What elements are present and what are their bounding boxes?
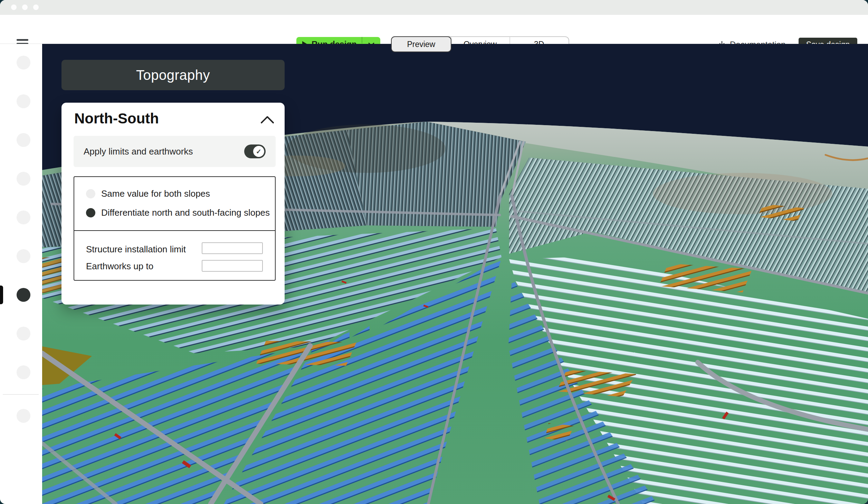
stepper-dot-9[interactable] bbox=[17, 365, 30, 379]
toolbar: Run design Preview Overview 3D Documenta… bbox=[0, 15, 868, 44]
radio-differentiate-label: Differentiate north and south-facing slo… bbox=[101, 207, 270, 218]
apply-limits-toggle-row: Apply limits and earthworks ✓ bbox=[74, 136, 276, 167]
close-traffic-light-button[interactable] bbox=[11, 4, 17, 10]
toggle-label: Apply limits and earthworks bbox=[84, 146, 244, 157]
content-area: Topography North-South Apply limits and … bbox=[0, 44, 868, 504]
stepper-sidebar bbox=[0, 44, 42, 504]
tab-preview[interactable]: Preview bbox=[392, 37, 451, 52]
active-step-indicator bbox=[0, 286, 3, 304]
card-title: North-South bbox=[74, 110, 159, 127]
stepper-dot-8[interactable] bbox=[17, 327, 30, 340]
options-divider bbox=[74, 230, 275, 231]
stepper-dot-7-active[interactable] bbox=[17, 288, 30, 302]
check-icon: ✓ bbox=[256, 148, 261, 156]
radio-differentiate[interactable] bbox=[86, 208, 95, 217]
chevron-up-icon bbox=[260, 115, 275, 124]
radio-row-differentiate: Differentiate north and south-facing slo… bbox=[86, 207, 270, 218]
page-title-label: Topography bbox=[136, 67, 210, 83]
apply-limits-toggle[interactable]: ✓ bbox=[244, 144, 266, 158]
structure-limit-label: Structure installation limit bbox=[86, 244, 186, 255]
page-title: Topography bbox=[61, 60, 285, 90]
stepper-dot-6[interactable] bbox=[17, 249, 30, 263]
toggle-knob: ✓ bbox=[253, 146, 264, 157]
stepper-dot-1[interactable] bbox=[17, 56, 30, 69]
minimize-traffic-light-button[interactable] bbox=[22, 4, 28, 10]
radio-row-same-value: Same value for both slopes bbox=[86, 188, 210, 199]
earthworks-label: Earthworks up to bbox=[86, 261, 153, 272]
stepper-dot-10[interactable] bbox=[17, 409, 30, 423]
radio-same-value-label: Same value for both slopes bbox=[101, 188, 210, 199]
structure-limit-input[interactable] bbox=[202, 242, 263, 254]
collapse-section-button[interactable] bbox=[260, 114, 275, 125]
stepper-dot-2[interactable] bbox=[17, 94, 30, 108]
stepper-dot-4[interactable] bbox=[17, 172, 30, 186]
titlebar bbox=[0, 0, 868, 15]
stepper-divider bbox=[3, 394, 39, 395]
slope-options-box: Same value for both slopes Differentiate… bbox=[74, 176, 276, 281]
app-window: Run design Preview Overview 3D Documenta… bbox=[0, 0, 868, 504]
earthworks-input[interactable] bbox=[202, 260, 263, 272]
radio-same-value[interactable] bbox=[86, 189, 95, 198]
stepper-dot-3[interactable] bbox=[17, 133, 30, 147]
north-south-card: North-South Apply limits and earthworks … bbox=[61, 103, 285, 305]
zoom-traffic-light-button[interactable] bbox=[33, 4, 39, 10]
stepper-dot-5[interactable] bbox=[17, 211, 30, 224]
